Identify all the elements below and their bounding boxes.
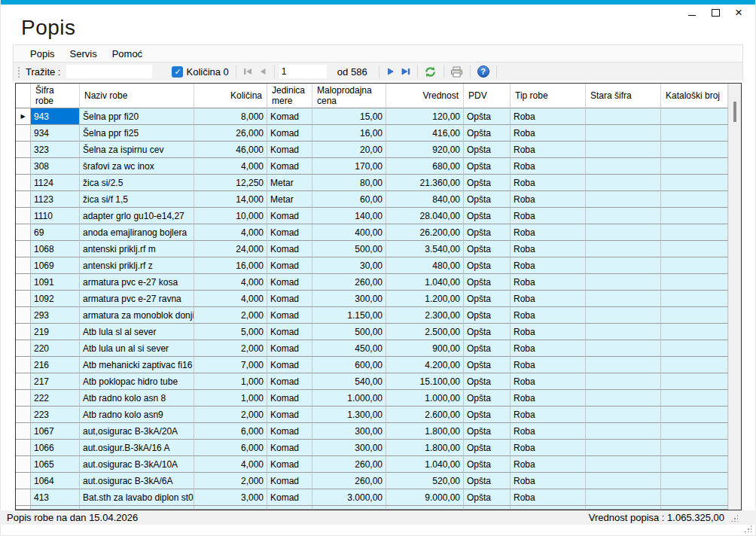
cell-naziv[interactable]: adapter grlo gu10-e14,27 [80, 208, 194, 224]
cell-jedinica[interactable]: Komad [267, 390, 312, 407]
cell-kataloski[interactable] [661, 373, 728, 390]
cell-tip[interactable]: Roba [511, 158, 586, 175]
row-selector[interactable] [16, 175, 31, 191]
minimize-button[interactable] [684, 5, 700, 20]
cell-stara[interactable] [586, 307, 661, 324]
cell-naziv[interactable]: anoda emajliranog bojlera [80, 224, 194, 241]
cell-jedinica[interactable]: Komad [267, 373, 312, 390]
column-header-jedinica[interactable]: Jedinica mere [267, 84, 312, 108]
current-page-input[interactable] [279, 65, 327, 78]
cell-naziv[interactable]: Atb radno kolo asn9 [80, 407, 194, 423]
cell-naziv[interactable]: Atb lula sl al sever [80, 324, 194, 340]
cell-kataloski[interactable] [661, 191, 728, 208]
cell-jedinica[interactable]: Komad [267, 108, 312, 125]
cell-sifra[interactable]: 1069 [31, 257, 80, 274]
cell-naziv[interactable]: Šelna za ispirnu cev [80, 142, 194, 158]
cell-kataloski[interactable] [661, 390, 728, 407]
cell-vrednost[interactable]: 1.040,00 [386, 456, 464, 473]
cell-stara[interactable] [586, 324, 661, 340]
cell-kataloski[interactable] [661, 175, 728, 191]
cell-sifra[interactable]: 934 [31, 125, 80, 142]
cell-stara[interactable] [586, 175, 661, 191]
cell-cena[interactable]: 300,00 [312, 440, 386, 456]
cell-kolicina[interactable]: 26,000 [194, 125, 267, 142]
cell-pdv[interactable]: Opšta [464, 357, 511, 373]
cell-stara[interactable] [586, 440, 661, 456]
row-selector[interactable] [16, 191, 31, 208]
cell-cena[interactable]: 80,00 [312, 175, 386, 191]
cell-vrednost[interactable]: 480,00 [386, 257, 464, 274]
row-selector[interactable] [16, 291, 31, 307]
cell-sifra[interactable]: 1064 [31, 473, 80, 489]
cell-naziv[interactable]: Atb radno kolo asn 8 [80, 390, 194, 407]
cell-pdv[interactable]: Opšta [464, 407, 511, 423]
window-resize-grip-icon[interactable] [744, 525, 751, 532]
cell-pdv[interactable]: Opšta [464, 456, 511, 473]
cell-kataloski[interactable] [661, 125, 728, 142]
cell-kolicina[interactable]: 5,000 [194, 324, 267, 340]
cell-naziv[interactable]: aut.osigur.B-3kA/16 A [80, 440, 194, 456]
cell-vrednost[interactable]: 2.600,00 [386, 407, 464, 423]
cell-tip[interactable]: Roba [511, 208, 586, 224]
cell-tip[interactable]: Roba [511, 440, 586, 456]
column-header-cena[interactable]: Maloprodajna cena [312, 84, 386, 108]
cell-naziv[interactable]: armatura pvc e-27 ravna [80, 291, 194, 307]
cell-naziv[interactable]: šrafovi za wc inox [80, 158, 194, 175]
scrollbar-thumb[interactable] [733, 102, 736, 122]
cell-jedinica[interactable]: Komad [267, 489, 312, 506]
cell-kataloski[interactable] [661, 291, 728, 307]
cell-vrednost[interactable]: 1.040,00 [386, 274, 464, 291]
cell-tip[interactable]: Roba [511, 307, 586, 324]
cell-tip[interactable]: Roba [511, 373, 586, 390]
cell-naziv[interactable]: žica si/2.5 [80, 175, 194, 191]
cell-sifra[interactable]: 323 [31, 142, 80, 158]
print-button[interactable] [448, 64, 466, 79]
current-row-indicator[interactable]: ▶ [16, 108, 31, 125]
cell-cena[interactable]: 15,00 [312, 108, 386, 125]
cell-tip[interactable]: Roba [511, 489, 586, 506]
cell-kolicina[interactable]: 2,000 [194, 340, 267, 357]
cell-sifra[interactable]: 1065 [31, 456, 80, 473]
cell-kataloski[interactable] [661, 407, 728, 423]
cell-jedinica[interactable]: Komad [267, 440, 312, 456]
cell-stara[interactable] [586, 390, 661, 407]
cell-tip[interactable]: Roba [511, 407, 586, 423]
cell-vrednost[interactable]: 2.500,00 [386, 324, 464, 340]
row-selector[interactable] [16, 357, 31, 373]
last-page-button[interactable] [398, 65, 413, 78]
cell-cena[interactable]: 450,00 [312, 340, 386, 357]
cell-naziv[interactable]: aut.osigurac B-3kA/10A [80, 456, 194, 473]
cell-stara[interactable] [586, 423, 661, 440]
cell-kataloski[interactable] [661, 241, 728, 257]
cell-jedinica[interactable]: Komad [267, 142, 312, 158]
search-input[interactable] [66, 65, 152, 78]
cell-vrednost[interactable]: 416,00 [386, 125, 464, 142]
cell-kataloski[interactable] [661, 108, 728, 125]
cell-naziv[interactable]: Bat.sth za lavabo diplon st0... [80, 489, 194, 506]
cell-stara[interactable] [586, 357, 661, 373]
vertical-scrollbar[interactable] [728, 84, 741, 510]
cell-jedinica[interactable]: Komad [267, 291, 312, 307]
row-selector[interactable] [16, 440, 31, 456]
column-header-tip[interactable]: Tip robe [511, 84, 586, 108]
cell-cena[interactable]: 260,00 [312, 456, 386, 473]
cell-cena[interactable]: 1.300,00 [312, 407, 386, 423]
cell-cena[interactable]: 260,00 [312, 274, 386, 291]
cell-sifra[interactable]: 69 [31, 224, 80, 241]
cell-cena[interactable]: 1.000,00 [312, 390, 386, 407]
cell-pdv[interactable]: Opšta [464, 257, 511, 274]
cell-cena[interactable]: 16,00 [312, 125, 386, 142]
cell-cena[interactable]: 400,00 [312, 224, 386, 241]
cell-cena[interactable]: 300,00 [312, 423, 386, 440]
cell-tip[interactable]: Roba [511, 473, 586, 489]
cell-vrednost[interactable]: 2.300,00 [386, 307, 464, 324]
cell-kataloski[interactable] [661, 208, 728, 224]
cell-kolicina[interactable]: 4,000 [194, 274, 267, 291]
cell-tip[interactable]: Roba [511, 291, 586, 307]
previous-page-button[interactable] [255, 65, 270, 78]
cell-vrednost[interactable]: 1.800,00 [386, 440, 464, 456]
cell-kolicina[interactable]: 4,000 [194, 158, 267, 175]
cell-vrednost[interactable]: 9.000,00 [386, 489, 464, 506]
column-header-naziv[interactable]: Naziv robe [80, 84, 194, 108]
cell-sifra[interactable]: 1092 [31, 291, 80, 307]
